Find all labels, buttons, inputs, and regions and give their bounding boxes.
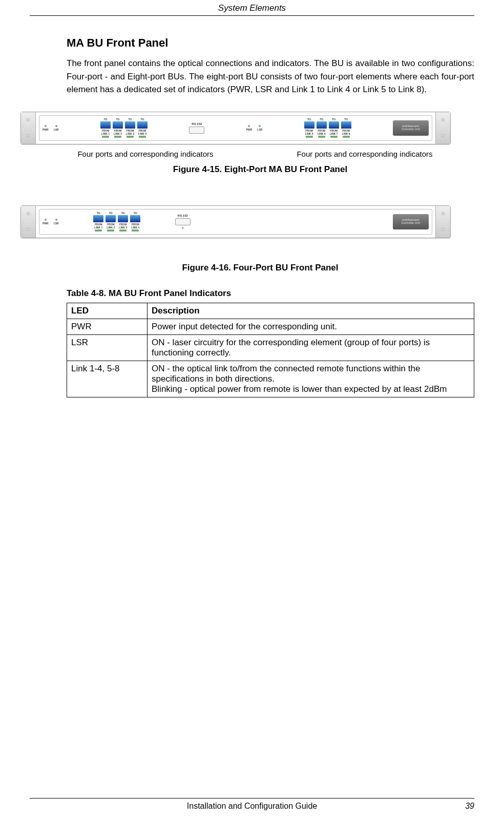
pwr-label-2: PWR — [246, 128, 253, 131]
led-group-4: PWR LSR — [43, 219, 59, 225]
4-link4: TOFROMLINK 4 — [130, 212, 140, 232]
rack-ear-right-4 — [435, 206, 450, 238]
rs232-port: RS 232 — [189, 122, 204, 134]
rack-ear-right — [435, 112, 450, 144]
four-port-panel: PWR LSR TOFROMLINK 1 TOFROMLINK 2 TOFROM… — [20, 205, 451, 238]
figure16-caption: Figure 4-16. Four-Port BU Front Panel — [46, 263, 474, 273]
rs232-port-4: RS 2321 — [175, 214, 191, 229]
rack-ear-left-4 — [21, 206, 36, 238]
section-paragraph: The front panel contains the optical con… — [67, 57, 474, 96]
brand-plate: mobileaccessController Unit — [393, 120, 429, 136]
lsr-label-2: LSR — [257, 128, 262, 131]
page-footer: Installation and Configuration Guide 39 — [30, 798, 474, 811]
figure-8port-panel: PWR LSR TOFROMLINK 1 TOFROMLINK 2 TOFROM… — [20, 112, 474, 144]
lsr-label: LSR — [54, 128, 59, 131]
th-desc: Description — [148, 303, 474, 319]
lsr-label-4: LSR — [54, 222, 59, 225]
table-row: Link 1-4, 5-8 ON - the optical link to/f… — [67, 361, 474, 397]
link5-port: TOFROMLINK 5 — [304, 118, 314, 138]
pwr-label: PWR — [43, 128, 49, 131]
link8-port: TOFROMLINK 8 — [341, 118, 351, 138]
rack-ear-left — [21, 112, 36, 144]
table-header-row: LED Description — [67, 303, 474, 319]
figure15-caption: Figure 4-15. Eight-Port MA BU Front Pane… — [46, 164, 474, 175]
td-led: Link 1-4, 5-8 — [67, 361, 148, 397]
td-led: PWR — [67, 319, 148, 334]
eight-port-panel: PWR LSR TOFROMLINK 1 TOFROMLINK 2 TOFROM… — [20, 112, 451, 144]
ports-left-group: TOFROMLINK 1 TOFROMLINK 2 TOFROMLINK 3 T… — [100, 118, 148, 138]
caption-right: Four ports and corresponding indicators — [297, 150, 432, 158]
led-group-left: PWR LSR — [43, 125, 59, 131]
header-title: System Elements — [218, 3, 286, 13]
4-link3: TOFROMLINK 3 — [118, 212, 128, 232]
panel-inner: PWR LSR TOFROMLINK 1 TOFROMLINK 2 TOFROM… — [39, 115, 432, 141]
link6-port: TOFROMLINK 6 — [317, 118, 327, 138]
led-group-right: PWR LSR — [246, 125, 263, 131]
table-caption: Table 4-8. MA BU Front Panel Indicators — [67, 288, 474, 299]
figure-4port-panel: PWR LSR TOFROMLINK 1 TOFROMLINK 2 TOFROM… — [20, 205, 474, 238]
page-header: System Elements — [30, 0, 474, 16]
th-led: LED — [67, 303, 148, 319]
brand-plate-4: mobileaccessController Unit — [393, 214, 429, 229]
link7-port: TOFROMLINK 7 — [329, 118, 339, 138]
table-row: LSR ON - laser circuitry for the corresp… — [67, 334, 474, 361]
ports-group-4: TOFROMLINK 1 TOFROMLINK 2 TOFROMLINK 3 T… — [93, 212, 140, 232]
section-heading: MA BU Front Panel — [67, 36, 474, 50]
4-link2: TOFROMLINK 2 — [106, 212, 116, 232]
caption-left: Four ports and corresponding indicators — [77, 150, 213, 158]
ports-right-group: TOFROMLINK 5 TOFROMLINK 6 TOFROMLINK 7 T… — [304, 118, 351, 138]
page-content: MA BU Front Panel The front panel contai… — [0, 16, 504, 397]
table-row: PWR Power input detected for the corresp… — [67, 319, 474, 334]
td-desc: ON - the optical link to/from the connec… — [148, 361, 474, 397]
link2-port: TOFROMLINK 2 — [113, 118, 123, 138]
panel-inner-4: PWR LSR TOFROMLINK 1 TOFROMLINK 2 TOFROM… — [39, 209, 432, 235]
link3-port: TOFROMLINK 3 — [125, 118, 135, 138]
4-link1: TOFROMLINK 1 — [93, 212, 103, 232]
pwr-label-4: PWR — [43, 222, 49, 225]
link1-port: TOFROMLINK 1 — [100, 118, 111, 138]
indicators-table: LED Description PWR Power input detected… — [67, 303, 474, 397]
footer-title: Installation and Configuration Guide — [30, 802, 474, 811]
td-desc: Power input detected for the correspondi… — [148, 319, 474, 334]
td-desc: ON - laser circuitry for the correspondi… — [148, 334, 474, 361]
td-led: LSR — [67, 334, 148, 361]
figure15-captions: Four ports and corresponding indicators … — [36, 150, 474, 158]
link4-port: TOFROMLINK 4 — [137, 118, 148, 138]
